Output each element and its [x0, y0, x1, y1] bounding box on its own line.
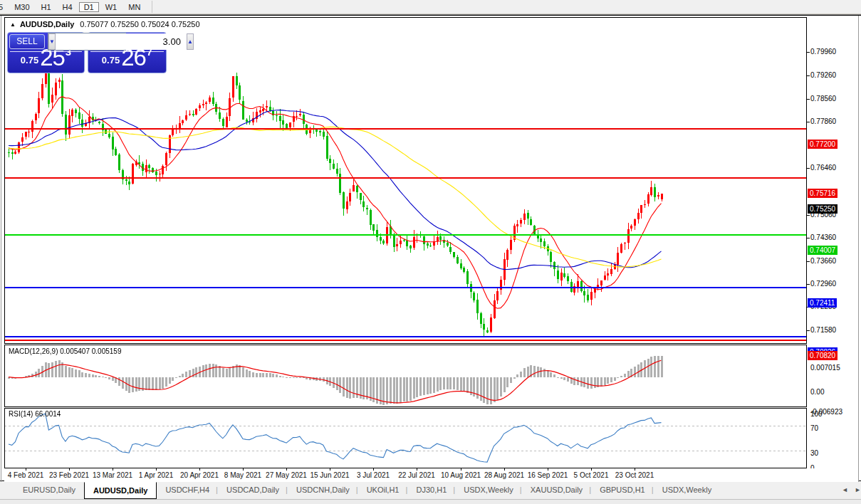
price-line-label: 0.77200 — [808, 140, 837, 149]
tab-ukoil-h1[interactable]: UKOil,H1 — [358, 483, 408, 499]
tab-xauusd-daily[interactable]: XAUUSD,Daily — [522, 483, 591, 499]
tab-usdcad-daily[interactable]: USDCAD,Daily — [218, 483, 288, 499]
date-tick-mark — [548, 468, 548, 471]
date-label: 27 May 2021 — [266, 471, 307, 479]
price-tick-label: 0.78560 — [810, 95, 836, 103]
date-tick-mark — [286, 468, 287, 471]
macd-values: 0.005407 0.005159 — [60, 347, 121, 355]
date-label: 20 Apr 2021 — [180, 471, 219, 479]
date-label: 28 Aug 2021 — [484, 471, 524, 479]
price-line-label: 0.72411 — [808, 298, 837, 308]
macd-label: MACD(12,26,9) 0.005407 0.005159 — [9, 347, 121, 355]
price-tick-dash — [807, 99, 810, 100]
date-label: 4 Feb 2021 — [8, 471, 44, 479]
price-tick-label: 0.74360 — [810, 233, 836, 241]
price-tick-dash — [807, 215, 810, 216]
chart-ohlc-values: 0.75077 0.75250 0.75024 0.75250 — [80, 20, 199, 28]
timeframe-d1[interactable]: D1 — [79, 2, 99, 12]
date-axis: 4 Feb 202123 Feb 202113 Mar 20211 Apr 20… — [4, 468, 858, 482]
rsi-value: 66.0014 — [35, 410, 61, 418]
sell-price-prefix: 0.75 — [21, 55, 38, 65]
tab-scroll-left-icon[interactable]: ◄ — [842, 486, 848, 493]
price-line-label: 0.75716 — [808, 189, 837, 198]
rsi-label: RSI(14) 66.0014 — [9, 410, 61, 418]
sell-button[interactable]: SELL — [9, 34, 45, 49]
tab-gbpusd-h1[interactable]: GBPUSD,H1 — [591, 483, 654, 499]
timeframe-mn[interactable]: MN — [123, 2, 145, 12]
tab-eurusd-daily[interactable]: EURUSD,Daily — [14, 483, 84, 499]
window-left-frame — [1, 16, 1, 482]
rsi-axis-label: 30 — [810, 449, 818, 457]
date-label: 22 Jul 2021 — [398, 471, 435, 479]
price-tick-dash — [807, 238, 810, 238]
date-label: 16 Sep 2021 — [528, 471, 568, 479]
timeframe-toolbar: 5 M30 H1 H4 D1 W1 MN — [0, 0, 861, 14]
volume-input[interactable] — [56, 33, 187, 50]
price-tick-dash — [807, 52, 810, 53]
timeframe-m30[interactable]: M30 — [9, 2, 34, 12]
rsi-axis-label: 100 — [810, 410, 823, 418]
price-tick-dash — [807, 330, 810, 331]
date-tick-mark — [26, 468, 26, 471]
price-chart-canvas[interactable] — [4, 17, 807, 468]
date-tick-mark — [330, 468, 330, 471]
date-label: 10 Aug 2021 — [441, 471, 481, 479]
timeframe-h1[interactable]: H1 — [36, 2, 56, 12]
collapse-arrow-icon[interactable]: ▲ — [10, 21, 16, 28]
price-tick-label: 0.77860 — [810, 117, 836, 125]
chart-title: ▲AUDUSD,Daily0.75077 0.75250 0.75024 0.7… — [10, 20, 200, 28]
date-tick-mark — [591, 468, 592, 471]
volume-spinner: ▼ ▲ — [48, 33, 126, 51]
price-tick-label: 0.79260 — [810, 71, 836, 79]
tab-bar-strip — [0, 499, 861, 504]
date-tick-mark — [461, 468, 461, 471]
timeframe-w1[interactable]: W1 — [100, 2, 122, 12]
date-label: 8 May 2021 — [224, 471, 261, 479]
chart-tab-bar: EURUSD,Daily AUDUSD,Daily USDCHF,H4 USDC… — [0, 482, 861, 504]
window-right-frame — [858, 16, 859, 482]
date-tick-mark — [417, 468, 417, 471]
chart-window: ▲AUDUSD,Daily0.75077 0.75250 0.75024 0.7… — [0, 15, 861, 481]
trading-app: { "toolbar": { "timeframes": ["5", "M30"… — [0, 0, 861, 504]
price-tick-dash — [807, 75, 810, 76]
price-axis: 0.799600.792600.785600.778600.764600.750… — [807, 17, 858, 468]
date-label: 23 Feb 2021 — [49, 471, 89, 479]
date-tick-mark — [635, 468, 635, 471]
price-tick-dash — [807, 284, 810, 285]
date-tick-mark — [156, 468, 157, 471]
chart-symbol: AUDUSD,Daily — [20, 20, 74, 28]
tab-row: EURUSD,Daily AUDUSD,Daily USDCHF,H4 USDC… — [0, 483, 861, 499]
macd-axis-label: 0.007015 — [810, 364, 840, 372]
tab-dj30-h1[interactable]: DJ30,H1 — [407, 483, 455, 499]
tab-audusd-daily[interactable]: AUDUSD,Daily — [84, 482, 157, 499]
rsi-axis-label: 70 — [810, 424, 818, 432]
tab-usdcnh-daily[interactable]: USDCNH,Daily — [288, 483, 358, 499]
tab-scroll-right-icon[interactable]: ► — [855, 486, 861, 493]
price-tick-dash — [807, 168, 810, 169]
price-line-label: 0.75250 — [808, 204, 837, 214]
price-tick-dash — [807, 122, 810, 122]
date-tick-mark — [373, 468, 374, 471]
macd-name: MACD(12,26,9) — [9, 347, 58, 355]
tab-usdx-weekly-2[interactable]: USDX,Weekly — [654, 483, 720, 499]
buy-price-prefix: 0.75 — [102, 55, 120, 65]
date-tick-mark — [199, 468, 200, 471]
timeframe-m5[interactable]: 5 — [0, 2, 8, 12]
date-tick-mark — [113, 468, 113, 471]
price-line-label: 0.74007 — [808, 246, 837, 255]
tab-usdx-weekly[interactable]: USDX,Weekly — [455, 483, 521, 499]
date-label: 5 Oct 2021 — [574, 471, 609, 479]
volume-decrease-button[interactable]: ▼ — [48, 33, 56, 50]
timeframe-h4[interactable]: H4 — [58, 2, 78, 12]
date-label: 15 Jun 2021 — [310, 471, 349, 479]
rsi-name: RSI(14) — [9, 410, 33, 418]
tab-usdchf-h4[interactable]: USDCHF,H4 — [157, 483, 218, 499]
date-tick-mark — [504, 468, 505, 471]
price-tick-label: 0.76460 — [810, 164, 836, 172]
volume-increase-button[interactable]: ▲ — [187, 33, 194, 50]
date-label: 13 Mar 2021 — [93, 471, 132, 479]
price-tick-label: 0.71580 — [810, 326, 836, 334]
price-tick-label: 0.72960 — [810, 280, 836, 288]
date-label: 1 Apr 2021 — [139, 471, 173, 479]
toolbar-separator — [152, 1, 152, 13]
